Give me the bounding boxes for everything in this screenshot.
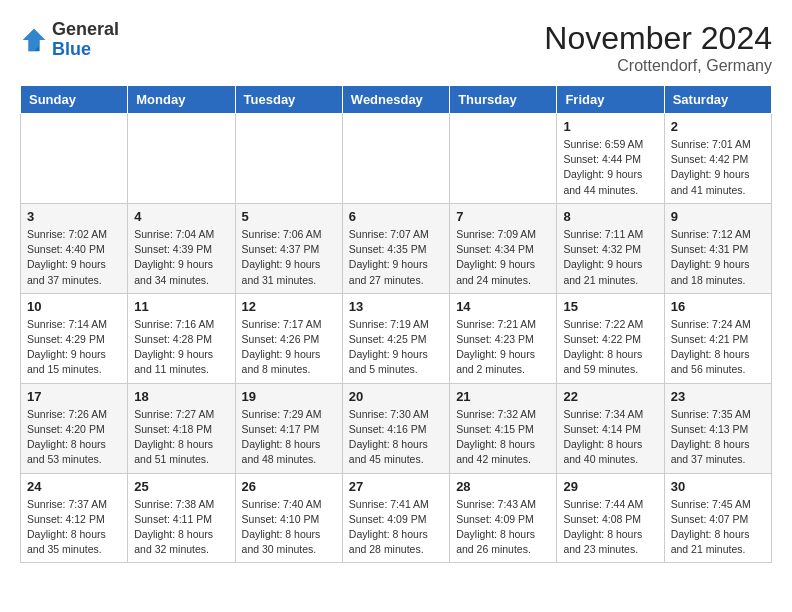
- calendar-cell: 27Sunrise: 7:41 AM Sunset: 4:09 PM Dayli…: [342, 473, 449, 563]
- calendar-cell: 13Sunrise: 7:19 AM Sunset: 4:25 PM Dayli…: [342, 293, 449, 383]
- weekday-header-friday: Friday: [557, 86, 664, 114]
- day-number: 2: [671, 119, 765, 134]
- weekday-header-saturday: Saturday: [664, 86, 771, 114]
- calendar-cell: 4Sunrise: 7:04 AM Sunset: 4:39 PM Daylig…: [128, 203, 235, 293]
- logo: General Blue: [20, 20, 119, 60]
- weekday-header-tuesday: Tuesday: [235, 86, 342, 114]
- day-number: 29: [563, 479, 657, 494]
- day-info: Sunrise: 7:17 AM Sunset: 4:26 PM Dayligh…: [242, 317, 336, 378]
- day-info: Sunrise: 7:12 AM Sunset: 4:31 PM Dayligh…: [671, 227, 765, 288]
- calendar-cell: 2Sunrise: 7:01 AM Sunset: 4:42 PM Daylig…: [664, 114, 771, 204]
- day-info: Sunrise: 7:07 AM Sunset: 4:35 PM Dayligh…: [349, 227, 443, 288]
- calendar-cell: 8Sunrise: 7:11 AM Sunset: 4:32 PM Daylig…: [557, 203, 664, 293]
- calendar-cell: 28Sunrise: 7:43 AM Sunset: 4:09 PM Dayli…: [450, 473, 557, 563]
- calendar-cell: 1Sunrise: 6:59 AM Sunset: 4:44 PM Daylig…: [557, 114, 664, 204]
- weekday-header-monday: Monday: [128, 86, 235, 114]
- svg-marker-1: [23, 29, 45, 51]
- day-info: Sunrise: 7:01 AM Sunset: 4:42 PM Dayligh…: [671, 137, 765, 198]
- day-number: 26: [242, 479, 336, 494]
- weekday-header-wednesday: Wednesday: [342, 86, 449, 114]
- logo-icon: [20, 26, 48, 54]
- calendar-cell: 26Sunrise: 7:40 AM Sunset: 4:10 PM Dayli…: [235, 473, 342, 563]
- weekday-header-thursday: Thursday: [450, 86, 557, 114]
- calendar-table: SundayMondayTuesdayWednesdayThursdayFrid…: [20, 85, 772, 563]
- calendar-cell: 25Sunrise: 7:38 AM Sunset: 4:11 PM Dayli…: [128, 473, 235, 563]
- day-info: Sunrise: 6:59 AM Sunset: 4:44 PM Dayligh…: [563, 137, 657, 198]
- day-info: Sunrise: 7:40 AM Sunset: 4:10 PM Dayligh…: [242, 497, 336, 558]
- weekday-header-sunday: Sunday: [21, 86, 128, 114]
- day-info: Sunrise: 7:32 AM Sunset: 4:15 PM Dayligh…: [456, 407, 550, 468]
- day-info: Sunrise: 7:24 AM Sunset: 4:21 PM Dayligh…: [671, 317, 765, 378]
- calendar-cell: 3Sunrise: 7:02 AM Sunset: 4:40 PM Daylig…: [21, 203, 128, 293]
- day-number: 30: [671, 479, 765, 494]
- calendar-cell: 7Sunrise: 7:09 AM Sunset: 4:34 PM Daylig…: [450, 203, 557, 293]
- day-info: Sunrise: 7:34 AM Sunset: 4:14 PM Dayligh…: [563, 407, 657, 468]
- day-info: Sunrise: 7:35 AM Sunset: 4:13 PM Dayligh…: [671, 407, 765, 468]
- calendar-week-1: 1Sunrise: 6:59 AM Sunset: 4:44 PM Daylig…: [21, 114, 772, 204]
- calendar-cell: 22Sunrise: 7:34 AM Sunset: 4:14 PM Dayli…: [557, 383, 664, 473]
- day-info: Sunrise: 7:19 AM Sunset: 4:25 PM Dayligh…: [349, 317, 443, 378]
- calendar-cell: 11Sunrise: 7:16 AM Sunset: 4:28 PM Dayli…: [128, 293, 235, 383]
- calendar-cell: 15Sunrise: 7:22 AM Sunset: 4:22 PM Dayli…: [557, 293, 664, 383]
- logo-text: General Blue: [52, 20, 119, 60]
- day-number: 22: [563, 389, 657, 404]
- day-number: 16: [671, 299, 765, 314]
- calendar-cell: 10Sunrise: 7:14 AM Sunset: 4:29 PM Dayli…: [21, 293, 128, 383]
- calendar-cell: 9Sunrise: 7:12 AM Sunset: 4:31 PM Daylig…: [664, 203, 771, 293]
- day-info: Sunrise: 7:21 AM Sunset: 4:23 PM Dayligh…: [456, 317, 550, 378]
- day-info: Sunrise: 7:02 AM Sunset: 4:40 PM Dayligh…: [27, 227, 121, 288]
- calendar-cell: 6Sunrise: 7:07 AM Sunset: 4:35 PM Daylig…: [342, 203, 449, 293]
- month-title: November 2024: [544, 20, 772, 57]
- day-number: 8: [563, 209, 657, 224]
- day-info: Sunrise: 7:43 AM Sunset: 4:09 PM Dayligh…: [456, 497, 550, 558]
- calendar-cell: 21Sunrise: 7:32 AM Sunset: 4:15 PM Dayli…: [450, 383, 557, 473]
- weekday-header-row: SundayMondayTuesdayWednesdayThursdayFrid…: [21, 86, 772, 114]
- day-number: 15: [563, 299, 657, 314]
- title-block: November 2024 Crottendorf, Germany: [544, 20, 772, 75]
- day-number: 13: [349, 299, 443, 314]
- day-info: Sunrise: 7:37 AM Sunset: 4:12 PM Dayligh…: [27, 497, 121, 558]
- day-number: 11: [134, 299, 228, 314]
- day-number: 6: [349, 209, 443, 224]
- page-header: General Blue November 2024 Crottendorf, …: [20, 20, 772, 75]
- day-info: Sunrise: 7:26 AM Sunset: 4:20 PM Dayligh…: [27, 407, 121, 468]
- day-number: 25: [134, 479, 228, 494]
- day-info: Sunrise: 7:16 AM Sunset: 4:28 PM Dayligh…: [134, 317, 228, 378]
- day-info: Sunrise: 7:38 AM Sunset: 4:11 PM Dayligh…: [134, 497, 228, 558]
- day-number: 10: [27, 299, 121, 314]
- day-number: 28: [456, 479, 550, 494]
- day-info: Sunrise: 7:04 AM Sunset: 4:39 PM Dayligh…: [134, 227, 228, 288]
- calendar-cell: 30Sunrise: 7:45 AM Sunset: 4:07 PM Dayli…: [664, 473, 771, 563]
- day-info: Sunrise: 7:11 AM Sunset: 4:32 PM Dayligh…: [563, 227, 657, 288]
- day-info: Sunrise: 7:29 AM Sunset: 4:17 PM Dayligh…: [242, 407, 336, 468]
- calendar-cell: 18Sunrise: 7:27 AM Sunset: 4:18 PM Dayli…: [128, 383, 235, 473]
- calendar-cell: 20Sunrise: 7:30 AM Sunset: 4:16 PM Dayli…: [342, 383, 449, 473]
- day-number: 20: [349, 389, 443, 404]
- calendar-week-2: 3Sunrise: 7:02 AM Sunset: 4:40 PM Daylig…: [21, 203, 772, 293]
- day-info: Sunrise: 7:22 AM Sunset: 4:22 PM Dayligh…: [563, 317, 657, 378]
- day-number: 4: [134, 209, 228, 224]
- day-info: Sunrise: 7:41 AM Sunset: 4:09 PM Dayligh…: [349, 497, 443, 558]
- calendar-cell: 19Sunrise: 7:29 AM Sunset: 4:17 PM Dayli…: [235, 383, 342, 473]
- day-number: 9: [671, 209, 765, 224]
- calendar-cell: 23Sunrise: 7:35 AM Sunset: 4:13 PM Dayli…: [664, 383, 771, 473]
- day-number: 19: [242, 389, 336, 404]
- day-info: Sunrise: 7:27 AM Sunset: 4:18 PM Dayligh…: [134, 407, 228, 468]
- calendar-cell: 14Sunrise: 7:21 AM Sunset: 4:23 PM Dayli…: [450, 293, 557, 383]
- location: Crottendorf, Germany: [544, 57, 772, 75]
- day-number: 21: [456, 389, 550, 404]
- calendar-week-3: 10Sunrise: 7:14 AM Sunset: 4:29 PM Dayli…: [21, 293, 772, 383]
- calendar-cell: [342, 114, 449, 204]
- day-info: Sunrise: 7:44 AM Sunset: 4:08 PM Dayligh…: [563, 497, 657, 558]
- calendar-cell: 24Sunrise: 7:37 AM Sunset: 4:12 PM Dayli…: [21, 473, 128, 563]
- day-number: 5: [242, 209, 336, 224]
- calendar-cell: 17Sunrise: 7:26 AM Sunset: 4:20 PM Dayli…: [21, 383, 128, 473]
- day-number: 17: [27, 389, 121, 404]
- day-number: 27: [349, 479, 443, 494]
- calendar-week-4: 17Sunrise: 7:26 AM Sunset: 4:20 PM Dayli…: [21, 383, 772, 473]
- day-number: 12: [242, 299, 336, 314]
- day-number: 3: [27, 209, 121, 224]
- calendar-cell: 12Sunrise: 7:17 AM Sunset: 4:26 PM Dayli…: [235, 293, 342, 383]
- day-info: Sunrise: 7:09 AM Sunset: 4:34 PM Dayligh…: [456, 227, 550, 288]
- day-info: Sunrise: 7:14 AM Sunset: 4:29 PM Dayligh…: [27, 317, 121, 378]
